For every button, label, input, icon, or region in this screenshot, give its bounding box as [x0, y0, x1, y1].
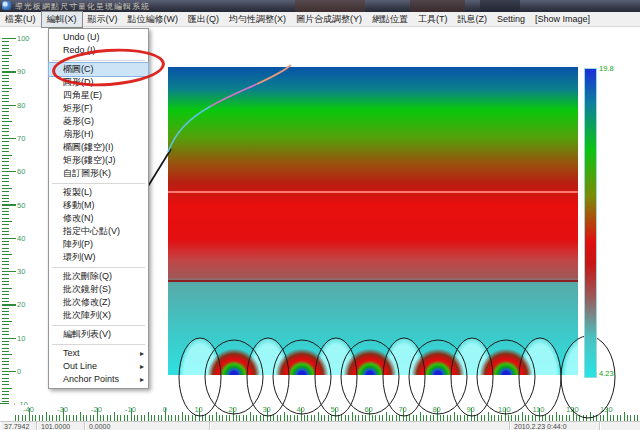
ruler-label: -30 [57, 405, 68, 414]
titlebar-decoration [410, 0, 465, 12]
edit-menu-item[interactable]: 修改(N) [49, 212, 148, 225]
menu-item-label: Anchor Points [63, 374, 119, 384]
submenu-arrow-icon: ▸ [140, 347, 144, 360]
ruler-label: -20 [91, 405, 102, 414]
menu-item-label: 修改(N) [63, 213, 94, 223]
menu-item[interactable]: 工具(T) [413, 12, 453, 27]
menu-item[interactable]: Setting [492, 13, 530, 25]
menu-item-label: 陣列(P) [63, 239, 93, 249]
bullseye-dot [410, 347, 466, 375]
edit-menu-item[interactable]: 批次陣列(X) [49, 309, 148, 322]
bullseye-dot [274, 347, 330, 375]
edit-menu-item[interactable]: 陣列(P) [49, 238, 148, 251]
menu-bar: 檔案(U)編輯(X)顯示(V)點位編修(W)匯出(Q)均勻性調整(X)圖片合成調… [0, 12, 640, 27]
edit-menu-item[interactable]: 批次鏡射(S) [49, 283, 148, 296]
menu-item-label: Out Line [63, 361, 97, 371]
menu-item-label: 菱形(G) [63, 116, 94, 126]
ruler-label: 80 [17, 101, 33, 110]
edit-menu-item[interactable]: 矩形(F) [49, 102, 148, 115]
menu-item-label: 矩形(F) [63, 103, 93, 113]
menu-item-label: 批次陣列(X) [63, 310, 111, 320]
edit-menu-item[interactable]: 菱形(G) [49, 115, 148, 128]
menu-item-label: 移動(M) [63, 200, 95, 210]
edit-menu-item[interactable]: 自訂圖形(K) [49, 167, 148, 180]
menu-item-label: 自訂圖形(K) [63, 168, 111, 178]
status-cell: 0.0000 [85, 422, 210, 430]
menu-item[interactable]: 均勻性調整(X) [224, 12, 291, 27]
edit-menu-item[interactable]: 環列(W) [49, 251, 148, 264]
status-cell [210, 422, 510, 430]
ruler-label: 20 [228, 405, 236, 414]
menu-item[interactable]: 匯出(Q) [183, 12, 224, 27]
status-cell: 37.7942 [0, 422, 37, 430]
ruler-label: 10 [17, 334, 33, 343]
edit-menu-item[interactable]: 指定中心點(V) [49, 225, 148, 238]
ruler-label: 0 [17, 367, 33, 376]
ruler-label: 120 [566, 405, 579, 414]
menu-item-label: Undo (U) [63, 32, 100, 42]
edit-menu-item[interactable]: 移動(M) [49, 199, 148, 212]
bullseye-dot [478, 347, 534, 375]
menu-item[interactable]: 網點位置 [367, 12, 413, 27]
edit-menu-item-text[interactable]: Text▸ [49, 347, 148, 360]
window-title: 導光板網點尺寸量化呈現編輯系統 [15, 1, 150, 12]
ruler-label: 50 [17, 201, 33, 210]
ruler-label: 60 [364, 405, 372, 414]
bullseye-dot [342, 347, 398, 375]
menu-item[interactable]: 圖片合成調整(Y) [291, 12, 367, 27]
edit-menu-item[interactable]: 編輯列表(V) [49, 328, 148, 341]
titlebar-decoration [295, 0, 365, 12]
menu-item-label: 環列(W) [63, 252, 96, 262]
edit-menu-item-undo[interactable]: Undo (U) [49, 31, 148, 44]
ruler-label: 70 [17, 134, 33, 143]
app-icon [2, 1, 11, 10]
edit-menu-item[interactable]: 批次修改(Z) [49, 296, 148, 309]
menu-item-label: 複製(L) [63, 187, 92, 197]
menu-item[interactable]: 點位編修(W) [123, 12, 184, 27]
menu-item-label: 矩形(鏤空)(J) [63, 155, 116, 165]
menu-item-label: 四角星(E) [63, 90, 102, 100]
ruler-label: 50 [330, 405, 338, 414]
edit-menu-item[interactable]: 批次刪除(Q) [49, 270, 148, 283]
menu-item[interactable]: 編輯(X) [41, 11, 83, 28]
edit-menu-item[interactable]: 四角星(E) [49, 89, 148, 102]
menu-item[interactable]: 顯示(V) [83, 12, 123, 27]
menu-item-label: 橢圓(鏤空)(I) [63, 142, 114, 152]
edit-menu-item-outline[interactable]: Out Line▸ [49, 360, 148, 373]
edit-menu-item[interactable]: 橢圓(鏤空)(I) [49, 141, 148, 154]
ruler-label: 90 [17, 67, 33, 76]
bullseye-dot [206, 347, 262, 375]
edit-menu-item-anchor-points[interactable]: Anchor Points▸ [49, 373, 148, 386]
ruler-label: 110 [532, 405, 544, 414]
left-ruler [0, 27, 34, 405]
menu-item[interactable]: 訊息(Z) [453, 12, 493, 27]
menu-item-label: 批次修改(Z) [63, 297, 111, 307]
ruler-label: 60 [17, 167, 33, 176]
status-bar: 37.7942101.00000.00002010.2.23 0:44:0 [0, 421, 640, 430]
menu-item-label: Text [63, 348, 80, 358]
colorbar-max-label: 19.8 [599, 64, 614, 73]
submenu-arrow-icon: ▸ [140, 360, 144, 373]
titlebar-decoration [480, 0, 520, 12]
ruler-label: 100 [498, 405, 511, 414]
ruler-label: 80 [432, 405, 440, 414]
ruler-label: 130 [600, 405, 613, 414]
edit-menu-item[interactable]: 扇形(H) [49, 128, 148, 141]
menu-item[interactable]: [Show Image] [530, 13, 595, 25]
menu-item-label: 編輯列表(V) [63, 329, 111, 339]
ruler-label: 20 [17, 300, 33, 309]
menu-item-label: 批次刪除(Q) [63, 271, 112, 281]
edit-menu-item[interactable]: 複製(L) [49, 186, 148, 199]
menu-item-label: 扇形(H) [63, 129, 94, 139]
menu-item-label: 指定中心點(V) [63, 226, 120, 236]
ruler-label: 40 [17, 234, 33, 243]
ruler-label: -10 [125, 405, 136, 414]
menu-item[interactable]: 檔案(U) [0, 12, 41, 27]
plot-canvas[interactable] [168, 67, 578, 375]
ruler-label: 70 [398, 405, 406, 414]
status-cell: 2010.2.23 0:44:0 [510, 422, 600, 430]
ruler-label: 30 [262, 405, 270, 414]
iso-line-upper [168, 191, 578, 193]
title-bar: 導光板網點尺寸量化呈現編輯系統 [0, 0, 640, 12]
edit-menu-item[interactable]: 矩形(鏤空)(J) [49, 154, 148, 167]
